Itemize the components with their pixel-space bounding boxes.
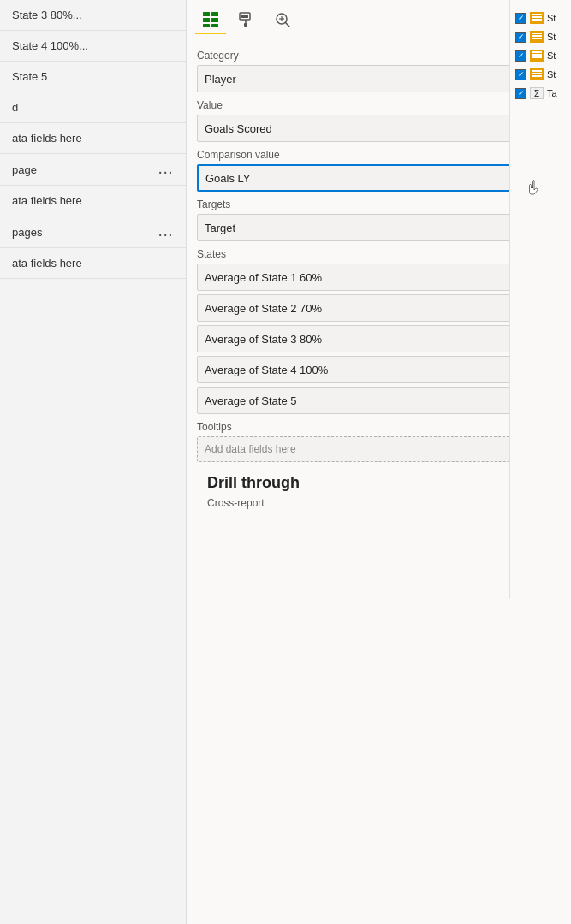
comparison-field[interactable]: Goals LY ⌄ ✕ <box>197 164 561 192</box>
grid-icon <box>202 11 219 28</box>
analytics-tab[interactable] <box>267 7 298 34</box>
legend-text-0: St <box>547 13 556 23</box>
legend-panel: ✓ St ✓ St ✓ St ✓ <box>509 0 571 599</box>
svg-rect-2 <box>203 18 210 22</box>
states-field-1-text: Average of State 2 70% <box>205 302 522 315</box>
svg-rect-23 <box>532 70 542 72</box>
svg-rect-19 <box>532 38 542 39</box>
legend-item-0: ✓ St <box>514 9 568 27</box>
states-label: States <box>197 248 561 260</box>
left-item-truncated1: d <box>0 92 186 123</box>
svg-rect-7 <box>241 15 248 18</box>
legend-checkbox-4[interactable]: ✓ <box>515 88 526 99</box>
svg-rect-16 <box>532 19 542 21</box>
page1-ellipsis[interactable]: ... <box>158 163 174 176</box>
legend-sigma-icon-4: Σ <box>530 87 544 99</box>
category-label: Category <box>197 50 561 62</box>
datafields1-text: ata fields here <box>12 132 82 145</box>
svg-rect-5 <box>211 24 218 27</box>
legend-checkbox-1[interactable]: ✓ <box>515 32 526 43</box>
datafields2-text: ata fields here <box>12 194 82 207</box>
states-field-2[interactable]: Average of State 3 80% ⌄ ✕ <box>197 325 561 352</box>
svg-rect-3 <box>211 18 218 22</box>
legend-checkbox-0[interactable]: ✓ <box>515 13 526 24</box>
svg-rect-18 <box>532 35 542 37</box>
fields-tab[interactable] <box>195 7 226 34</box>
cross-report-label: Cross-report <box>197 495 561 512</box>
truncated1-text: d <box>12 101 18 114</box>
states-field-3[interactable]: Average of State 4 100% ⌄ ✕ <box>197 356 561 383</box>
legend-item-3: ✓ St <box>514 65 568 84</box>
legend-text-4: Ta <box>547 88 557 98</box>
svg-rect-22 <box>532 56 542 58</box>
comparison-field-text: Goals LY <box>205 172 521 185</box>
states-field-3-text: Average of State 4 100% <box>205 364 522 376</box>
legend-table-icon-1 <box>530 31 544 43</box>
drill-through-title: Drill through <box>197 465 561 495</box>
category-field[interactable]: Player ⌄ ✕ <box>197 65 561 92</box>
legend-item-1: ✓ St <box>514 27 568 46</box>
legend-table-icon-2 <box>530 50 544 62</box>
legend-text-1: St <box>547 32 556 42</box>
states-field-2-text: Average of State 3 80% <box>205 333 522 346</box>
left-item-datafields1: ata fields here <box>0 123 186 154</box>
left-item-datafields3: ata fields here <box>0 248 186 279</box>
svg-rect-1 <box>211 12 218 16</box>
pages1-ellipsis[interactable]: ... <box>158 225 174 239</box>
legend-item-4: ✓ Σ Ta <box>514 84 568 103</box>
tooltips-label: Tooltips <box>197 421 561 433</box>
left-item-state4: State 4 100%... <box>0 31 186 62</box>
svg-rect-25 <box>532 75 542 77</box>
format-icon <box>238 11 255 28</box>
states-field-1[interactable]: Average of State 2 70% ⌄ ✕ <box>197 294 561 322</box>
datafields3-text: ata fields here <box>12 257 82 270</box>
comparison-label: Comparison value <box>197 149 561 161</box>
legend-table-icon-3 <box>530 68 544 80</box>
states-field-0[interactable]: Average of State 1 60% ⌄ ✕ <box>197 264 561 291</box>
states-field-4[interactable]: Average of State 5 ⌄ ✕ <box>197 387 561 414</box>
svg-rect-24 <box>532 73 542 74</box>
main-content: State 3 80%... State 4 100%... State 5 d… <box>0 0 571 924</box>
tooltips-placeholder[interactable]: Add data fields here <box>197 436 561 462</box>
targets-field[interactable]: Target ⌄ ✕ <box>197 214 561 241</box>
state3-text: State 3 80%... <box>12 9 82 21</box>
tooltips-placeholder-text: Add data fields here <box>205 443 296 455</box>
targets-label: Targets <box>197 198 561 210</box>
comparison-field-wrapper: Goals LY ⌄ ✕ <box>197 164 561 192</box>
left-item-page1: page ... <box>0 154 186 186</box>
svg-rect-20 <box>532 51 542 53</box>
legend-checkbox-3[interactable]: ✓ <box>515 69 526 80</box>
left-item-state5: State 5 <box>0 62 186 92</box>
svg-rect-15 <box>532 16 542 18</box>
states-field-4-text: Average of State 5 <box>205 394 522 407</box>
svg-line-11 <box>286 23 290 27</box>
svg-rect-14 <box>532 14 542 15</box>
left-item-state3: State 3 80%... <box>0 0 186 31</box>
value-field[interactable]: Goals Scored ⌄ ✕ <box>197 115 561 142</box>
state4-text: State 4 100%... <box>12 39 88 52</box>
legend-checkbox-2[interactable]: ✓ <box>515 50 526 62</box>
legend-text-2: St <box>547 50 556 61</box>
left-item-pages1: pages ... <box>0 216 186 248</box>
value-label: Value <box>197 99 561 111</box>
svg-rect-0 <box>203 12 210 16</box>
category-field-text: Player <box>205 73 522 86</box>
state5-text: State 5 <box>12 70 47 83</box>
svg-rect-4 <box>203 24 210 27</box>
pages1-text: pages <box>12 226 42 239</box>
svg-rect-17 <box>532 33 542 34</box>
left-panel: State 3 80%... State 4 100%... State 5 d… <box>0 0 187 924</box>
legend-text-3: St <box>547 69 556 80</box>
page1-text: page <box>12 163 37 176</box>
left-item-datafields2: ata fields here <box>0 186 186 216</box>
format-tab[interactable] <box>231 7 262 34</box>
targets-field-text: Target <box>205 222 522 234</box>
legend-item-2: ✓ St <box>514 46 568 65</box>
svg-rect-21 <box>532 54 542 56</box>
states-field-0-text: Average of State 1 60% <box>205 271 522 284</box>
legend-table-icon-0 <box>530 12 544 24</box>
value-field-text: Goals Scored <box>205 122 522 135</box>
analytics-icon <box>274 11 291 28</box>
svg-rect-9 <box>244 23 247 27</box>
